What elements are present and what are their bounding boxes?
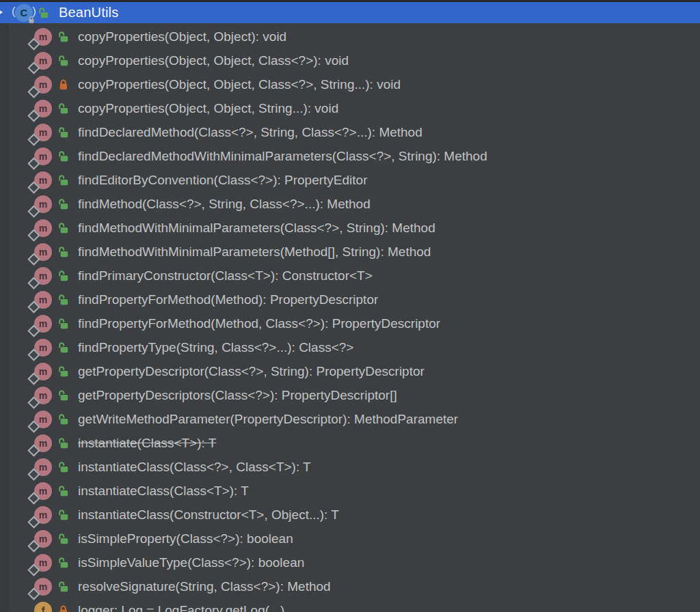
member-row[interactable]: m getWriteMethodParameter(PropertyDescri… [0,407,700,431]
public-lock-icon [57,198,70,210]
member-row[interactable]: m copyProperties(Object, Object, Class<?… [0,72,700,96]
member-row[interactable]: m findMethod(Class<?>, String, Class<?>.… [0,192,700,216]
public-lock-icon [57,365,70,378]
member-label: getPropertyDescriptor(Class<?>, String):… [78,364,425,379]
public-lock-icon [57,31,70,43]
member-label: getPropertyDescriptors(Class<?>): Proper… [78,388,397,403]
member-row[interactable]: m getPropertyDescriptor(Class<?>, String… [0,359,700,383]
public-lock-icon [57,174,70,186]
member-label: findDeclaredMethod(Class<?>, String, Cla… [78,125,422,140]
member-label: logger: Log = LogFactory.getLog(...) [78,603,284,612]
member-label: isSimpleProperty(Class<?>): boolean [78,531,293,546]
class-name: BeanUtils [59,5,118,20]
member-row[interactable]: m findEditorByConvention(Class<?>): Prop… [0,168,700,192]
member-row[interactable]: m findPropertyForMethod(Method, Class<?>… [0,311,700,335]
private-lock-icon [57,604,70,612]
member-row[interactable]: m findDeclaredMethodWithMinimalParameter… [0,144,700,168]
member-row[interactable]: m instantiateClass(Class<T>): T [0,479,700,503]
method-icon: m [34,578,52,596]
public-lock-icon [57,246,70,258]
method-icon: m [34,267,52,285]
member-label: getWriteMethodParameter(PropertyDescript… [78,412,458,427]
member-row[interactable]: m findMethodWithMinimalParameters(Method… [0,240,700,264]
member-label: resolveSignature(String, Class<?>): Meth… [78,579,331,594]
class-icon: ( C ) [15,4,33,22]
public-lock-icon [57,557,70,569]
public-lock-icon [57,581,70,593]
member-row[interactable]: m isSimpleValueType(Class<?>): boolean [0,551,700,574]
member-label: instantiateClass(Class<T>): T [78,484,249,499]
method-icon: m [34,148,52,165]
method-icon: m [34,28,52,46]
member-label: findMethodWithMinimalParameters(Method[]… [78,245,431,260]
method-icon: m [34,411,52,428]
member-row[interactable]: m findPropertyForMethod(Method): Propert… [0,288,700,311]
method-icon: m [34,482,52,500]
member-label: instantiateClass(Class<?>, Class<T>): T [78,460,311,475]
member-label: findPrimaryConstructor(Class<T>): Constr… [78,268,373,283]
public-lock-icon [57,437,70,449]
method-icon: m [34,76,52,94]
method-icon: m [34,315,52,333]
method-icon: m [34,339,52,357]
member-label: findMethodWithMinimalParameters(Class<?>… [78,221,435,236]
public-lock-icon [57,150,70,163]
member-label: findPropertyType(String, Class<?>...): C… [78,340,353,355]
method-icon: m [34,554,52,572]
method-icon: m [34,100,52,117]
member-label: copyProperties(Object, Object): void [78,29,286,44]
member-row[interactable]: m findDeclaredMethod(Class<?>, String, C… [0,120,700,144]
member-row[interactable]: m findPropertyType(String, Class<?>...):… [0,335,700,359]
method-icon: m [34,52,52,70]
member-label: findMethod(Class<?>, String, Class<?>...… [78,197,371,212]
method-icon: m [34,530,52,548]
public-lock-icon [57,126,70,139]
member-row[interactable]: m copyProperties(Object, Object, String.… [0,96,700,120]
public-lock-icon [57,533,70,545]
member-row[interactable]: m isSimpleProperty(Class<?>): boolean [0,527,700,551]
final-lock-overlay-icon [27,16,36,24]
public-lock-icon [57,461,70,473]
member-label: isSimpleValueType(Class<?>): boolean [78,555,304,570]
method-icon: m [34,195,52,213]
method-icon: m [34,434,52,452]
private-lock-icon [57,79,70,91]
method-icon: m [34,124,52,141]
member-row[interactable]: m copyProperties(Object, Object, Class<?… [0,48,700,72]
method-icon: m [34,219,52,237]
member-row[interactable]: m getPropertyDescriptors(Class<?>): Prop… [0,383,700,407]
method-icon: m [34,387,52,404]
member-row[interactable]: m instantiate(Class<T>): T [0,431,700,455]
collapse-arrow-icon[interactable] [0,8,3,16]
public-lock-icon [38,7,50,19]
member-row[interactable]: m instantiateClass(Constructor<T>, Objec… [0,503,700,527]
public-lock-icon [57,485,70,497]
public-lock-icon [57,102,70,115]
public-lock-icon [57,55,70,67]
selected-class-row[interactable]: ( C ) BeanUtils [0,2,700,23]
member-row[interactable]: m resolveSignature(String, Class<?>): Me… [0,574,700,598]
member-row[interactable]: m copyProperties(Object, Object): void [0,25,700,48]
public-lock-icon [57,509,70,521]
member-row[interactable]: m findPrimaryConstructor(Class<T>): Cons… [0,264,700,288]
member-label: findPropertyForMethod(Method): PropertyD… [78,292,378,307]
member-label: instantiate(Class<T>): T [78,436,216,451]
public-lock-icon [57,342,70,354]
structure-view-popup: ( C ) BeanUtils m copyProperties(Object,… [0,0,700,612]
field-icon: f [34,602,52,612]
method-icon: m [34,363,52,380]
public-lock-icon [57,294,70,306]
public-lock-icon [57,318,70,330]
method-icon: m [34,458,52,476]
member-row[interactable]: m instantiateClass(Class<?>, Class<T>): … [0,455,700,479]
member-label: findPropertyForMethod(Method, Class<?>):… [78,316,440,331]
member-row[interactable]: f logger: Log = LogFactory.getLog(...) [0,598,700,612]
member-label: findEditorByConvention(Class<?>): Proper… [78,173,367,188]
method-icon: m [34,171,52,189]
member-row[interactable]: m findMethodWithMinimalParameters(Class<… [0,216,700,240]
public-lock-icon [57,413,70,426]
member-label: copyProperties(Object, Object, String...… [78,101,338,116]
member-label: copyProperties(Object, Object, Class<?>)… [78,53,349,68]
public-lock-icon [57,270,70,282]
public-lock-icon [57,222,70,234]
